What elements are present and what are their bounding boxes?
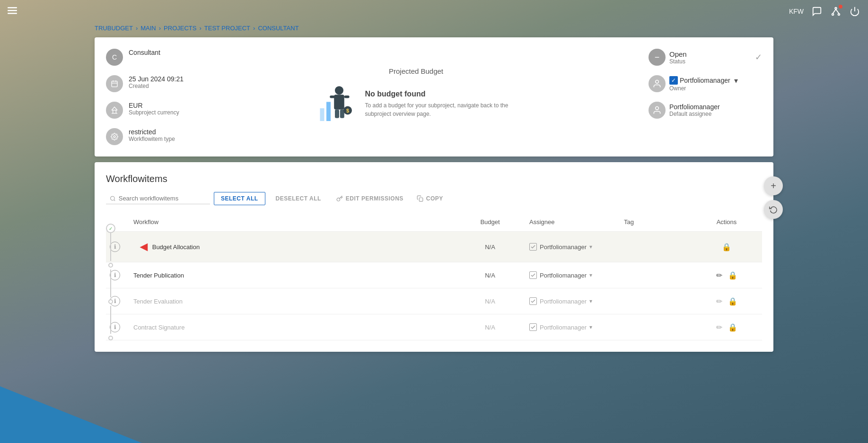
svg-rect-19 <box>326 102 331 121</box>
row2-assignee: Portfoliomanager ▾ <box>526 269 620 281</box>
row3-name: Tender Evaluation <box>133 298 183 305</box>
table-row: ℹ ◄ Budget Allocation N/A Portfoliomanag… <box>106 232 762 262</box>
col-tag: Tag <box>620 217 691 227</box>
status-label: Status <box>669 58 751 65</box>
calendar-icon <box>106 75 123 92</box>
svg-point-30 <box>111 196 114 200</box>
deselect-all-button[interactable]: DESELECT ALL <box>269 192 328 205</box>
svg-point-29 <box>656 107 659 110</box>
owner-label: Owner <box>669 85 738 92</box>
subproject-name-row: C Consultant <box>106 49 184 66</box>
row1-actions: 🔒 <box>691 241 762 253</box>
row3-edit-icon[interactable]: ✏ <box>716 297 722 306</box>
timeline: ✓ <box>106 224 115 342</box>
copy-icon <box>417 195 423 202</box>
svg-rect-24 <box>335 109 339 118</box>
no-budget-text: No budget found To add a budget for your… <box>365 90 517 118</box>
select-all-button[interactable]: SELECT ALL <box>214 192 265 205</box>
svg-line-7 <box>836 9 839 13</box>
main-container: C Consultant 25 Jun 2024 09:21 <box>95 37 773 352</box>
row4-assignee-dropdown[interactable]: ▾ <box>589 324 592 330</box>
row3-budget: N/A <box>455 296 526 307</box>
row1-assignee-checkbox <box>529 243 537 251</box>
owner-dropdown-icon[interactable]: ▾ <box>734 76 738 85</box>
hamburger-menu[interactable] <box>8 6 17 17</box>
power-icon[interactable] <box>849 6 860 17</box>
workflowitems-section: + Workflowitems SELECT ALL DESELECT ALL <box>95 162 773 352</box>
row4-assignee-checkbox <box>529 323 537 331</box>
row1-lock-icon[interactable]: 🔒 <box>722 243 731 252</box>
col-budget: Budget <box>455 217 526 227</box>
timeline-dot-1 <box>108 263 113 268</box>
history-button[interactable] <box>764 200 783 219</box>
table-row: ℹ Tender Evaluation N/A Portfoliomanager… <box>106 288 762 314</box>
svg-point-5 <box>838 14 840 16</box>
no-budget-area: $ No budget found To add a budget for yo… <box>316 83 517 125</box>
row1-assignee-name: Portfoliomanager <box>540 243 587 251</box>
row4-budget: N/A <box>455 322 526 333</box>
svg-rect-21 <box>334 95 344 110</box>
svg-point-28 <box>656 80 659 84</box>
svg-point-17 <box>114 136 115 138</box>
search-input[interactable] <box>119 195 206 202</box>
subproject-card: C Consultant 25 Jun 2024 09:21 <box>95 37 773 156</box>
row3-assignee-name: Portfoliomanager <box>540 298 587 305</box>
breadcrumb-consultant[interactable]: CONSULTANT <box>258 25 298 32</box>
breadcrumb-projects[interactable]: PROJECTS <box>164 25 196 32</box>
breadcrumb-test-project[interactable]: TEST PROJECT <box>204 25 250 32</box>
row2-actions: ✏ 🔒 <box>691 269 762 282</box>
owner-select[interactable]: ✓ Portfoliomanager ▾ <box>669 76 738 85</box>
row4-lock-icon[interactable]: 🔒 <box>728 323 737 332</box>
row2-assignee-name: Portfoliomanager <box>540 272 587 279</box>
edit-permissions-button[interactable]: EDIT PERMISSIONS <box>332 192 408 205</box>
row4-edit-icon[interactable]: ✏ <box>716 323 722 332</box>
search-icon <box>110 195 116 202</box>
svg-point-3 <box>835 8 837 9</box>
svg-point-4 <box>832 14 834 16</box>
copy-button[interactable]: COPY <box>412 192 448 205</box>
breadcrumb-trubudget[interactable]: TRUBUDGET <box>95 25 133 32</box>
projected-budget-section: Projected Budget <box>191 49 641 143</box>
projected-budget-title: Projected Budget <box>389 67 443 75</box>
status-icon: − <box>649 49 666 66</box>
svg-rect-23 <box>344 96 349 98</box>
svg-rect-32 <box>419 198 423 201</box>
row2-name: Tender Publication <box>133 272 184 279</box>
breadcrumb-main[interactable]: MAIN <box>140 25 156 32</box>
breadcrumb: TRUBUDGET › MAIN › PROJECTS › TEST PROJE… <box>0 23 868 34</box>
row1-assignee-dropdown[interactable]: ▾ <box>589 243 592 250</box>
col-workflow: Workflow <box>130 217 455 227</box>
row1-assignee: Portfoliomanager ▾ <box>526 241 620 252</box>
top-bar: KFW <box>0 0 868 23</box>
row2-lock-icon[interactable]: 🔒 <box>728 271 737 280</box>
timeline-check: ✓ <box>106 224 115 233</box>
svg-rect-2 <box>8 13 17 14</box>
col-actions: Actions <box>691 217 762 227</box>
add-button[interactable]: + <box>764 176 783 195</box>
timeline-dot-2 <box>108 299 113 304</box>
card-header: C Consultant 25 Jun 2024 09:21 <box>106 49 762 145</box>
search-box[interactable] <box>106 193 210 204</box>
row3-lock-icon[interactable]: 🔒 <box>728 297 737 306</box>
permission-row: restricted Workflowitem type <box>106 128 184 145</box>
bank-icon <box>106 102 123 119</box>
owner-name: Portfoliomanager <box>680 77 730 84</box>
timeline-dot-3 <box>108 336 113 340</box>
owner-checkbox: ✓ <box>669 76 678 85</box>
svg-rect-9 <box>112 81 117 87</box>
toolbar: SELECT ALL DESELECT ALL EDIT PERMISSIONS… <box>106 192 762 205</box>
row2-assignee-dropdown[interactable]: ▾ <box>589 272 592 278</box>
created-date: 25 Jun 2024 09:21 <box>129 75 184 83</box>
created-label: Created <box>129 83 184 89</box>
chat-icon[interactable] <box>811 6 823 17</box>
network-icon[interactable] <box>830 6 842 17</box>
svg-rect-1 <box>8 10 17 11</box>
currency-label: Subproject currency <box>129 109 179 116</box>
default-assignee-label: Default assignee <box>669 111 720 117</box>
row3-assignee-dropdown[interactable]: ▾ <box>589 298 592 304</box>
status-check-icon: ✓ <box>755 52 762 62</box>
row2-edit-icon[interactable]: ✏ <box>716 271 722 280</box>
default-assignee-name: Portfoliomanager <box>669 103 720 111</box>
col-assignee: Assignee <box>526 217 620 227</box>
table-row: ℹ Contract Signature N/A Portfoliomanage… <box>106 314 762 340</box>
